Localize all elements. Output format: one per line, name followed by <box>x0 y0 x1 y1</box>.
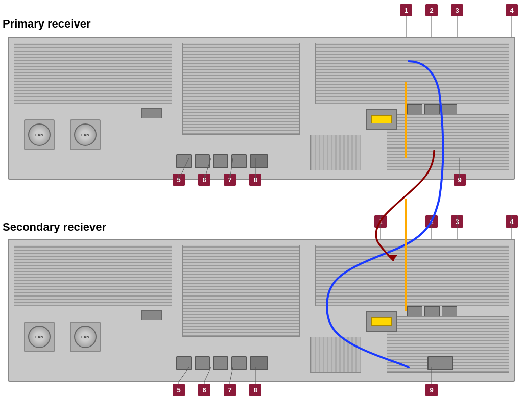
secondary-server-unit: FAN FAN <box>8 239 515 382</box>
secondary-badge-1: 1 <box>374 215 387 228</box>
secondary-badge-8: 8 <box>249 384 262 396</box>
secondary-badge-9: 9 <box>425 384 438 396</box>
primary-vent-right-lower <box>387 114 509 170</box>
secondary-badge-4: 4 <box>506 215 518 228</box>
secondary-connector-small <box>141 310 162 320</box>
primary-badge-6: 6 <box>198 174 210 186</box>
secondary-vent-left <box>14 245 172 306</box>
primary-badge-2: 2 <box>425 4 438 16</box>
primary-badge-1: 1 <box>400 4 412 16</box>
primary-vent-right <box>315 43 509 104</box>
primary-fan-1: FAN <box>24 119 55 150</box>
primary-port-row <box>176 154 268 168</box>
primary-badge-4: 4 <box>506 4 518 16</box>
secondary-top-right-ports <box>407 306 457 316</box>
primary-badge-5: 5 <box>173 174 185 186</box>
secondary-vent-mid <box>182 245 300 337</box>
secondary-vent-right <box>315 245 509 306</box>
primary-connector-small <box>141 108 162 118</box>
secondary-badge-2: 2 <box>425 215 438 228</box>
primary-io-area <box>310 135 361 170</box>
primary-badge-8: 8 <box>249 174 262 186</box>
primary-server-unit: FAN FAN <box>8 37 515 180</box>
primary-fan-2: FAN <box>70 119 101 150</box>
secondary-io-area <box>310 337 361 373</box>
secondary-bottom-port <box>427 356 453 370</box>
primary-top-right-ports <box>407 104 457 114</box>
primary-badge-9: 9 <box>454 174 466 186</box>
primary-vent-left <box>14 43 172 104</box>
secondary-right-ports <box>366 311 397 332</box>
primary-badge-3: 3 <box>451 4 463 16</box>
secondary-receiver-label: Secondary reciever <box>3 220 106 234</box>
secondary-badge-5: 5 <box>173 384 185 396</box>
secondary-badge-6: 6 <box>198 384 210 396</box>
secondary-badge-3: 3 <box>451 215 463 228</box>
primary-right-ports <box>366 109 397 130</box>
primary-vent-mid <box>182 43 300 135</box>
secondary-badge-7: 7 <box>224 384 236 396</box>
secondary-fan-2: FAN <box>70 322 101 352</box>
secondary-port-row <box>176 356 268 370</box>
primary-receiver-label: Primary receiver <box>3 17 90 31</box>
secondary-fan-1: FAN <box>24 322 55 352</box>
primary-badge-7: 7 <box>224 174 236 186</box>
